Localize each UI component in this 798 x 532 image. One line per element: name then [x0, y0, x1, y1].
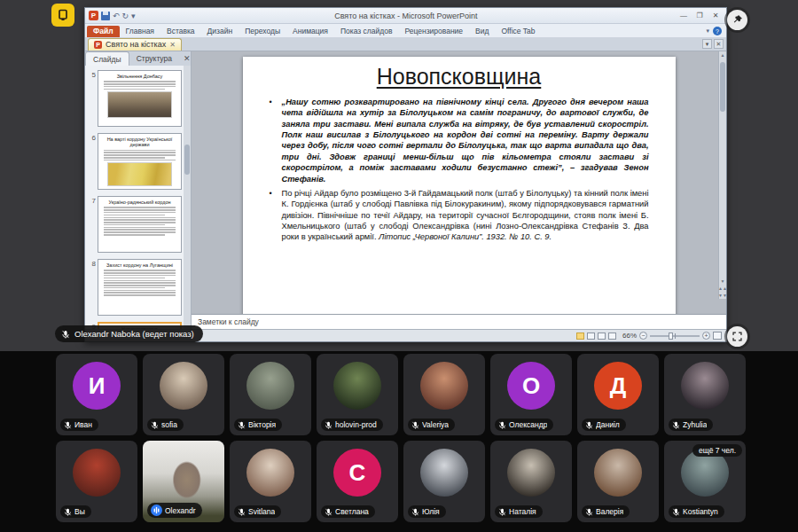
participant-tile-Svitlana[interactable]: Svitlana [230, 441, 311, 522]
view-sorter-button[interactable] [587, 332, 595, 340]
participant-tile-Юлія[interactable]: Юлія [403, 441, 485, 522]
participant-name-pill: Kostiantyn [669, 505, 724, 518]
ribbon-tab-9[interactable]: Вид [469, 26, 495, 37]
minimize-button[interactable]: — [677, 11, 691, 21]
participant-name: Олександр [509, 420, 547, 429]
ribbon-tab-2[interactable]: Главная [120, 26, 160, 37]
ribbon-tab-5[interactable]: Переходы [239, 26, 286, 37]
redo-icon[interactable]: ↻ [122, 12, 129, 20]
notes-input[interactable]: Заметки к слайду [192, 314, 726, 329]
ribbon-tab-7[interactable]: Показ слайдов [334, 26, 399, 37]
view-normal-button[interactable] [576, 332, 584, 340]
ribbon-tab-3[interactable]: Вставка [160, 26, 201, 37]
thumbnail-map [107, 162, 172, 186]
pin-button[interactable] [727, 10, 747, 30]
panel-scrollbar[interactable] [184, 66, 191, 329]
slide-thumbnail-7[interactable]: 7Україно-радянський кордон [86, 196, 182, 253]
participant-tile-Валерія[interactable]: Валерія [577, 441, 659, 522]
window-title: Свято на кістках - Microsoft PowerPoint [136, 12, 677, 20]
participant-tile-Иван[interactable]: ИИван [56, 354, 137, 435]
undo-icon[interactable]: ↶ [113, 12, 120, 20]
save-icon[interactable] [101, 12, 110, 20]
fullscreen-icon [732, 331, 743, 342]
previous-slide-icon[interactable]: ▲▲ [718, 285, 726, 292]
participant-tile-Наталія[interactable]: Наталія [490, 441, 572, 522]
slide-thumbnail-8[interactable]: 8Захист кордону на Луганщині [86, 259, 182, 316]
participant-name-pill: Наталія [495, 505, 543, 518]
avatar: С [333, 449, 381, 497]
bullet-marker: • [270, 188, 282, 243]
scroll-down-icon[interactable]: ▼ [721, 278, 725, 285]
quick-access-toolbar[interactable]: P ↶ ↻ ▾ [89, 11, 136, 20]
participant-name-pill: Олександр [495, 419, 553, 431]
participant-tile-Даниіл[interactable]: ДДаниіл [577, 354, 659, 435]
participant-tile-Вікторія[interactable]: Вікторія [230, 354, 311, 435]
ribbon-collapse-icon[interactable]: ▾ [706, 27, 709, 35]
participant-name: Иван [74, 420, 92, 429]
slide-bullet-1[interactable]: •„Нашу сотню розквартировано на північно… [270, 97, 649, 184]
slide-bullet-2[interactable]: •По річці Айдар було розміщено 3-й Гайда… [270, 188, 649, 243]
document-tab[interactable]: P Свято на кістках ✕ [88, 38, 182, 51]
ribbon-tab-4[interactable]: Дизайн [201, 26, 239, 37]
next-slide-icon[interactable]: ▼▼ [718, 292, 726, 299]
participant-tile-holovin-prod[interactable]: holovin-prod [317, 354, 398, 435]
participant-tile-sofia[interactable]: sofia [143, 354, 224, 435]
participant-name-pill: Юлія [408, 505, 446, 518]
participant-name: Вы [74, 507, 85, 516]
participant-tile-Olexandr[interactable]: Olexandr [143, 441, 224, 522]
fullscreen-button[interactable] [727, 326, 747, 347]
tab-bar-close-icon[interactable]: ✕ [714, 39, 724, 49]
participant-tile-Kostiantyn[interactable]: Kostiantynещё 7 чел. [664, 441, 746, 522]
participant-tile-Светлана[interactable]: ССветлана [317, 441, 398, 522]
ribbon-tab-6[interactable]: Анимация [286, 26, 334, 37]
slide-thumbnail-5[interactable]: 5Звільнення Донбасу [86, 70, 182, 127]
slide-thumbnail-6[interactable]: 6На варті кордону Української держави [86, 133, 182, 190]
participant-tile-Valeriya[interactable]: Valeriya [403, 354, 485, 435]
help-icon[interactable]: ? [713, 27, 722, 35]
fit-to-window-button[interactable] [713, 332, 722, 340]
slides-panel: Слайды Структура ✕ 5Звільнення Донбасу6Н… [85, 51, 192, 329]
zoom-out-button[interactable]: − [639, 332, 647, 340]
avatar [333, 362, 381, 410]
participant-name: Olexandr [165, 506, 196, 515]
mic-muted-icon [498, 508, 506, 516]
presenter-name: Olexandr Naboka (ведет показ) [74, 329, 194, 339]
thumbnail-photo [107, 91, 172, 118]
app-logo[interactable] [51, 4, 74, 27]
slide-title[interactable]: Новопсковщина [270, 64, 649, 90]
avatar [681, 362, 729, 410]
restore-button[interactable]: ❐ [692, 11, 707, 21]
thumbnail-number: 5 [86, 70, 96, 127]
tab-outline[interactable]: Структура [129, 51, 179, 66]
participant-tile-Олександр[interactable]: ООлександр [490, 354, 572, 435]
speaking-indicator-icon [151, 505, 162, 516]
participant-name: Валерія [596, 507, 623, 516]
scroll-up-icon[interactable]: ▲ [721, 51, 725, 59]
slide-body[interactable]: •„Нашу сотню розквартировано на північно… [270, 97, 649, 243]
close-button[interactable]: ✕ [708, 11, 723, 21]
zoom-slider[interactable] [650, 335, 700, 337]
zoom-in-button[interactable]: + [702, 332, 710, 340]
participant-name-pill: Svitlana [234, 505, 281, 518]
participant-name-pill: Вікторія [234, 419, 282, 431]
ribbon-tab-8[interactable]: Рецензирование [398, 26, 469, 37]
tab-list-icon[interactable]: ▾ [702, 39, 712, 49]
scrollbar-thumb[interactable] [720, 62, 725, 112]
more-participants-badge[interactable]: ещё 7 чел. [692, 444, 742, 457]
participant-tile-Zyhulia[interactable]: Zyhulia [664, 354, 746, 435]
view-slideshow-button[interactable] [608, 332, 616, 340]
ribbon-tab-1[interactable]: Файл [87, 26, 120, 37]
avatar: И [73, 362, 121, 410]
tab-slides[interactable]: Слайды [85, 51, 129, 66]
participant-name: sofia [161, 420, 177, 429]
mic-muted-icon [325, 508, 332, 516]
slide-scrollbar[interactable]: ▲ ▼ ▲▲ ▼▼ [718, 51, 726, 299]
participant-name-pill: Вы [60, 505, 91, 518]
thumbnail-title: Україно-радянський кордон [102, 200, 177, 205]
view-reading-button[interactable] [598, 332, 606, 340]
document-tab-close-icon[interactable]: ✕ [169, 41, 176, 49]
participant-tile-Вы[interactable]: Вы [56, 441, 137, 522]
participant-name-pill: Olexandr [147, 503, 202, 518]
ribbon-tab-10[interactable]: Office Tab [495, 26, 541, 37]
slide-canvas[interactable]: Новопсковщина •„Нашу сотню розквартирова… [243, 57, 676, 314]
